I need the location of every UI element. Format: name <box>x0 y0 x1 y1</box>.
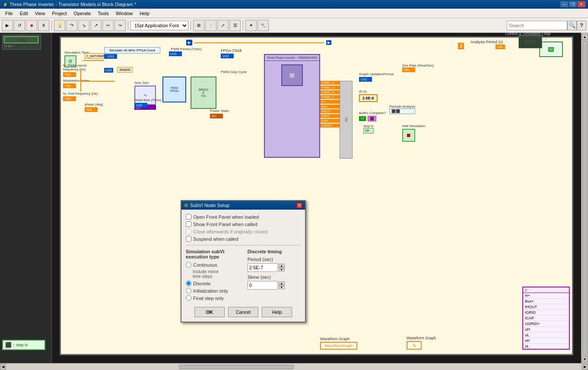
u32-fc: U32 <box>104 68 113 73</box>
resize-button[interactable]: ⤢ <box>217 20 229 31</box>
restore-button[interactable]: ❐ <box>569 1 577 7</box>
clean-diagram-button[interactable]: ✦ <box>245 20 257 31</box>
error-label: Error <box>539 36 563 41</box>
discrete-timing-col: Discrete timing Period (sec) ▲ ▼ Skew (s… <box>248 249 301 303</box>
align-button[interactable]: ⊞ <box>193 20 204 31</box>
menu-edit[interactable]: Edit <box>16 10 32 17</box>
run-continuously-button[interactable]: ↺ <box>14 20 25 31</box>
final-step-only-radio[interactable] <box>186 295 191 301</box>
checkbox-row-2: Show Front Panel when called <box>186 221 301 227</box>
fc-area: fc, PWM carrierfrequency (Hz) DBL <box>63 64 102 77</box>
pwm-duty-cycle-label: PWM Duty Cycle <box>221 70 247 74</box>
skew-spin-up[interactable]: ▲ <box>279 281 285 285</box>
ipb-block: Three Phase Inverter - IPB600N25N3 ⊞ PWM… <box>264 54 320 158</box>
open-front-panel-checkbox[interactable] <box>186 214 191 220</box>
close-button[interactable]: ✕ <box>578 1 585 7</box>
toolbar-separator-4 <box>243 21 243 30</box>
waveform-graph-1-area: Waveform Graph WaveformGraph <box>320 337 357 350</box>
period-spin-up[interactable]: ▲ <box>279 264 285 268</box>
horizontal-scrollbar[interactable]: ◀ ▶ <box>0 363 588 370</box>
period-spin-down[interactable]: ▼ <box>279 268 285 271</box>
phase-area: phase (deg) DBL <box>85 102 103 112</box>
halt-sim-icon: ⏹ <box>402 129 415 142</box>
menu-project[interactable]: Project <box>48 10 70 17</box>
search-button[interactable]: 🔍 <box>567 21 577 30</box>
search-input[interactable] <box>507 21 567 30</box>
scroll-up-button[interactable]: ▲ <box>582 34 588 40</box>
skew-input[interactable] <box>248 281 278 290</box>
menu-file[interactable]: File <box>2 10 16 17</box>
abort-button[interactable]: ■ <box>26 20 37 31</box>
power-state-area: Power State I/O <box>210 109 229 118</box>
help-button[interactable]: ? <box>577 21 586 30</box>
close-afterwards-checkbox[interactable] <box>186 229 191 234</box>
menu-view[interactable]: View <box>32 10 49 17</box>
stop-in-label: stop in <box>363 124 374 128</box>
continuous-radio[interactable] <box>186 262 191 268</box>
reorder-button[interactable]: ☰ <box>229 20 241 31</box>
dialog-buttons: OK Cancel Help <box>186 307 301 317</box>
fc-label: fc, PWM carrierfrequency (Hz) <box>63 64 102 71</box>
radio-discrete-row: Discrete <box>186 281 243 286</box>
ok-button[interactable]: OK <box>194 307 225 317</box>
period-spin: ▲ ▼ <box>279 264 285 271</box>
dialog-close-button[interactable]: ✕ <box>296 202 302 208</box>
highlight-button[interactable]: 💡 <box>54 20 65 31</box>
scroll-down-button[interactable]: ▼ <box>582 356 588 362</box>
radio-continuous-row: Continuous <box>186 262 243 268</box>
u32-dead: U32 <box>134 103 147 108</box>
dead-time-label: Dead time (Ticks) <box>134 98 161 102</box>
show-front-panel-label: Show Front Panel when called <box>193 222 257 227</box>
cancel-button[interactable]: Cancel <box>228 307 258 317</box>
initialization-only-radio[interactable] <box>186 288 191 293</box>
redo-button[interactable]: ↪ <box>114 20 126 31</box>
dbl-mod: DBL <box>63 83 76 88</box>
font-selector[interactable]: 15pt Application Font <box>130 21 188 30</box>
scroll-left-button[interactable]: ◀ <box>0 364 6 370</box>
waveform-graph-box: WaveformGraph <box>320 342 357 350</box>
radio-init-row: Initialization only <box>186 288 243 293</box>
continuous-sublabel: Include minortime steps <box>193 269 243 279</box>
dbl-sim-rate: DBL <box>402 67 415 72</box>
menu-help[interactable]: Help <box>136 10 153 17</box>
stop-button[interactable]: ⬛ ↑ stop in <box>2 340 45 350</box>
dialog-titlebar: ⚙ SubVI Node Setup ✕ <box>181 201 305 210</box>
scroll-thumb-v[interactable] <box>582 41 588 355</box>
show-front-panel-checkbox[interactable] <box>186 221 191 227</box>
scrollbar-right[interactable]: ▲ ▼ <box>581 33 588 363</box>
simulation-loop: Control & Simulation Loop ▶ ▶ Analysis P… <box>60 36 573 355</box>
minimize-button[interactable]: — <box>560 1 568 7</box>
fo-label: fo, Grid frequency (Hz) <box>63 92 98 96</box>
undo-button[interactable]: ↩ <box>102 20 114 31</box>
close-afterwards-label: Close afterwards if originally closed <box>193 229 267 234</box>
stop-arrow-icon: ↑ <box>13 343 15 347</box>
step-over-button[interactable]: ↷ <box>66 20 77 31</box>
suspend-when-called-checkbox[interactable] <box>186 236 191 242</box>
run-button[interactable]: ▶ <box>2 20 13 31</box>
dialog-title: SubVI Node Setup <box>190 203 229 208</box>
pause-button[interactable]: ⏸ <box>38 20 49 31</box>
menu-window[interactable]: Window <box>112 10 136 17</box>
step-into-button[interactable]: ↘ <box>78 20 89 31</box>
menu-operate[interactable]: Operate <box>70 10 95 17</box>
menu-bar: File Edit View Project Operate Tools Win… <box>0 9 588 18</box>
period-input[interactable] <box>248 263 278 272</box>
final-step-only-label: Final step only <box>193 296 224 301</box>
execution-type-col: Simulation subVIexecution type Continuou… <box>186 249 243 303</box>
help-dialog-button[interactable]: Help <box>262 307 292 317</box>
dialog-divider <box>186 245 301 246</box>
simulation-section-label: Simulation subVIexecution type <box>186 249 243 259</box>
discrete-radio[interactable] <box>186 281 191 286</box>
tools-palette-button[interactable]: 🔧 <box>257 20 269 31</box>
error-block: VI <box>539 41 563 57</box>
distribute-button[interactable]: ⋮ <box>205 20 216 31</box>
skew-spin-down[interactable]: ▼ <box>279 285 285 289</box>
scroll-right-button[interactable]: ▶ <box>582 364 588 370</box>
waveform-item-ihout: IHOUT <box>523 304 569 310</box>
bridge-block: BRIDGEVcc <box>191 77 216 109</box>
error-vi: VI <box>548 47 554 52</box>
scroll-thumb-h[interactable] <box>179 365 294 369</box>
step-out-button[interactable]: ↗ <box>90 20 102 31</box>
checkbox-row-1: Open Front Panel when loaded <box>186 214 301 220</box>
menu-tools[interactable]: Tools <box>94 10 112 17</box>
